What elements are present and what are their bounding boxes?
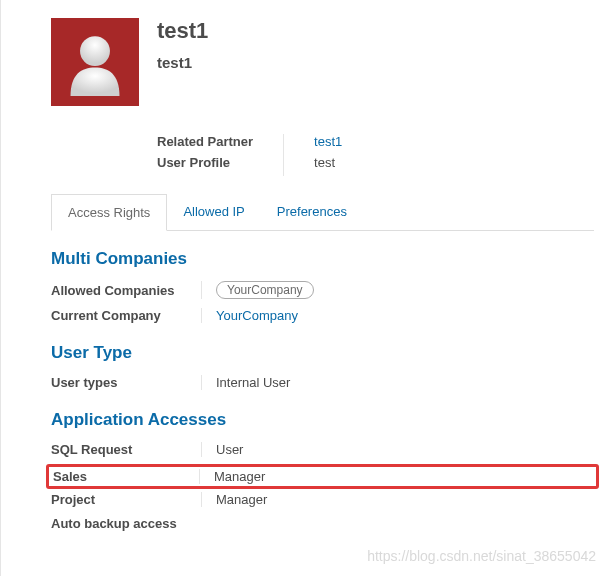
svg-point-0	[80, 36, 110, 66]
section-user-type: User Type User types Internal User	[51, 343, 594, 392]
allowed-companies-value[interactable]: YourCompany	[216, 281, 314, 299]
user-name: test1	[157, 18, 208, 44]
user-types-value[interactable]: Internal User	[216, 375, 290, 390]
user-profile-label: User Profile	[157, 155, 253, 170]
related-partner-value[interactable]: test1	[314, 134, 342, 149]
section-title-app-accesses: Application Accesses	[51, 410, 594, 430]
name-block: test1 test1	[139, 18, 208, 106]
company-tag[interactable]: YourCompany	[216, 281, 314, 299]
user-types-label: User types	[51, 375, 201, 390]
section-title-multi-companies: Multi Companies	[51, 249, 594, 269]
tab-access-rights[interactable]: Access Rights	[51, 194, 167, 231]
related-partner-label: Related Partner	[157, 134, 253, 149]
user-form-page: test1 test1 Related Partner User Profile…	[0, 0, 614, 576]
sql-request-label: SQL Request	[51, 442, 201, 457]
avatar[interactable]	[51, 18, 139, 106]
tab-preferences[interactable]: Preferences	[261, 194, 363, 230]
sales-value[interactable]: Manager	[214, 469, 265, 484]
watermark: https://blog.csdn.net/sinat_38655042	[367, 548, 596, 564]
section-application-accesses: Application Accesses SQL Request User Sa…	[51, 410, 594, 533]
sql-request-value[interactable]: User	[216, 442, 243, 457]
highlight-sales-row: Sales Manager	[46, 464, 599, 489]
user-login: test1	[157, 54, 208, 71]
section-title-user-type: User Type	[51, 343, 594, 363]
current-company-label: Current Company	[51, 308, 201, 323]
sales-label: Sales	[53, 469, 199, 484]
current-company-value[interactable]: YourCompany	[216, 308, 298, 323]
section-multi-companies: Multi Companies Allowed Companies YourCo…	[51, 249, 594, 325]
project-label: Project	[51, 492, 201, 507]
auto-backup-label: Auto backup access	[51, 516, 201, 531]
tabs: Access Rights Allowed IP Preferences	[51, 194, 594, 231]
allowed-companies-label: Allowed Companies	[51, 283, 201, 298]
user-profile-value: test	[314, 155, 342, 170]
project-value[interactable]: Manager	[216, 492, 267, 507]
header: test1 test1	[51, 0, 594, 116]
person-icon	[61, 28, 129, 96]
info-fields: Related Partner User Profile test1 test	[157, 134, 594, 176]
tab-allowed-ip[interactable]: Allowed IP	[167, 194, 260, 230]
